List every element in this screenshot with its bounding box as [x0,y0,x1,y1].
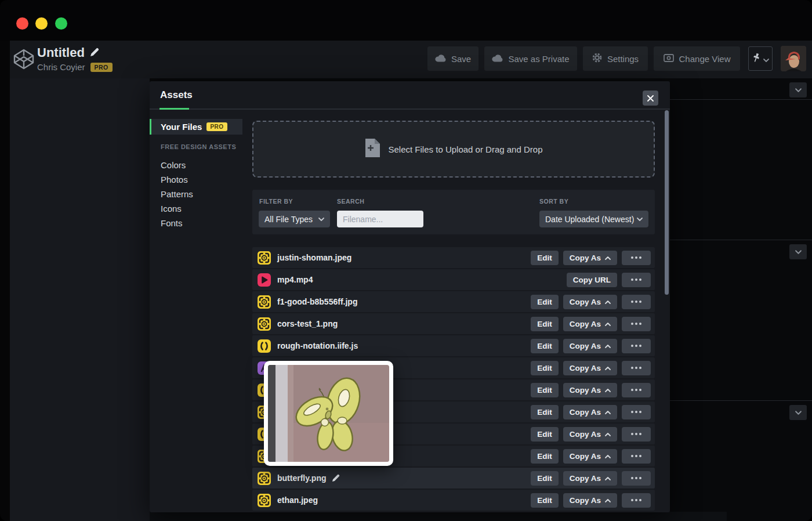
codepen-logo-icon[interactable] [13,48,35,73]
sort-select[interactable]: Date Uploaded (Newest) [539,211,648,227]
sidebar-item-fonts[interactable]: Fonts [161,218,183,228]
edit-button[interactable]: Edit [531,493,559,508]
more-button[interactable] [622,383,651,397]
close-icon [647,95,654,102]
more-button[interactable] [622,295,651,309]
edit-button[interactable]: Edit [531,339,559,353]
app-window: Untitled Chris Coyier PRO Save Save as P… [0,0,812,521]
copy-as-button[interactable]: Copy As [563,449,617,464]
collapse-panel-chevron-button[interactable] [789,405,807,420]
modal-header-divider [150,108,670,110]
more-button[interactable] [622,251,651,265]
more-button[interactable] [622,493,651,508]
chevron-down-icon [318,218,324,221]
upload-dropzone[interactable]: Select Files to Upload or Drag and Drop [252,121,655,178]
file-row[interactable]: cors-test_1.png EditCopy As [252,313,655,334]
file-hover-preview [264,361,393,466]
more-button[interactable] [622,427,651,442]
sort-value: Date Uploaded (Newest) [545,215,634,224]
left-editor-panel [10,78,150,521]
more-button[interactable] [622,317,651,331]
collapse-panel-chevron-button[interactable] [789,82,807,97]
file-row-actions: EditCopy As [526,449,651,464]
edit-button[interactable]: Edit [531,361,559,375]
collapse-panel-chevron-button[interactable] [789,244,807,259]
copy-as-button[interactable]: Copy As [563,427,617,442]
sidebar-item-photos[interactable]: Photos [161,175,188,184]
edit-button[interactable]: Edit [531,471,559,486]
assets-modal: Assets Your Files PRO FREE DESIGN ASSETS… [150,81,670,512]
file-row[interactable]: justin-shoman.jpeg EditCopy As [252,247,655,268]
change-view-button[interactable]: Change View [654,46,740,71]
more-button[interactable] [622,339,651,353]
free-design-assets-heading: FREE DESIGN ASSETS [161,143,236,150]
more-button[interactable] [622,361,651,375]
copy-as-button[interactable]: Copy As [563,317,617,331]
more-button[interactable] [622,405,651,419]
more-button[interactable] [622,273,651,287]
filter-by-label: FILTER BY [259,198,293,205]
edit-button[interactable]: Edit [531,405,559,419]
chevron-up-icon [605,477,611,480]
copy-as-button[interactable]: Copy As [563,493,617,508]
settings-button[interactable]: Settings [583,46,648,71]
file-name: ethan.jpeg [277,495,318,505]
search-input[interactable] [337,211,423,227]
edit-button[interactable]: Edit [531,449,559,464]
edit-button[interactable]: Edit [531,317,559,331]
filter-bar: FILTER BY All File Types SEARCH SORT BY … [252,190,655,234]
close-modal-button[interactable] [643,91,658,106]
edit-title-pencil-icon[interactable] [90,45,99,60]
user-avatar[interactable] [781,46,806,71]
file-name: f1-good-b8b556ff.jpg [277,297,357,306]
file-row-actions: Copy URL [562,273,651,287]
copy-as-button[interactable]: Copy As [563,361,617,375]
copy-as-button[interactable]: Copy As [563,251,617,265]
copy-as-button[interactable]: Copy As [563,383,617,397]
chevron-up-icon [605,433,611,436]
close-window-button[interactable] [16,17,28,30]
file-row[interactable]: rough-notation.iife.js EditCopy As [252,335,655,356]
pin-icon [752,53,760,64]
file-row[interactable]: mp4.mp4 Copy URL [252,269,655,290]
save-as-private-label: Save as Private [508,54,569,64]
file-row[interactable]: ethan.jpeg EditCopy As [252,490,655,511]
video-file-icon [258,273,271,287]
copy-url-button[interactable]: Copy URL [567,273,617,287]
save-as-private-button[interactable]: Save as Private [484,46,577,71]
file-type-select[interactable]: All File Types [259,211,330,227]
copy-as-button[interactable]: Copy As [563,339,617,353]
more-button[interactable] [622,449,651,464]
rename-pencil-icon[interactable] [332,474,340,482]
sidebar-item-patterns[interactable]: Patterns [161,189,193,199]
sort-by-label: SORT BY [539,198,568,205]
sidebar-item-icons[interactable]: Icons [161,204,182,214]
file-row[interactable]: f1-good-b8b556ff.jpg EditCopy As [252,291,655,312]
copy-as-button[interactable]: Copy As [563,295,617,309]
chevron-up-icon [605,323,611,326]
more-button[interactable] [622,471,651,486]
edit-button[interactable]: Edit [531,427,559,442]
sidebar-item-your-files[interactable]: Your Files PRO [150,119,242,135]
cloud-icon [435,54,446,64]
chevron-down-icon [763,54,769,64]
minimize-window-button[interactable] [35,17,48,30]
edit-button[interactable]: Edit [531,383,559,397]
editor-header: Untitled Chris Coyier PRO Save Save as P… [10,41,812,78]
zoom-window-button[interactable] [55,17,67,30]
edit-button[interactable]: Edit [531,251,559,265]
file-row-actions: EditCopy As [526,317,651,331]
image-file-icon [258,317,271,331]
copy-as-button[interactable]: Copy As [563,405,617,419]
sidebar-item-colors[interactable]: Colors [161,160,186,170]
your-files-label: Your Files [161,122,202,132]
save-button[interactable]: Save [427,46,478,71]
copy-as-button[interactable]: Copy As [563,471,617,486]
edit-button[interactable]: Edit [531,295,559,309]
file-row-actions: EditCopy As [526,295,651,309]
pin-dropdown-button[interactable] [748,46,773,71]
modal-scrollbar-thumb[interactable] [665,110,669,295]
file-name: butterfly.png [277,473,327,483]
file-row[interactable]: butterfly.png EditCopy As [252,468,655,489]
upload-label: Select Files to Upload or Drag and Drop [389,144,543,154]
